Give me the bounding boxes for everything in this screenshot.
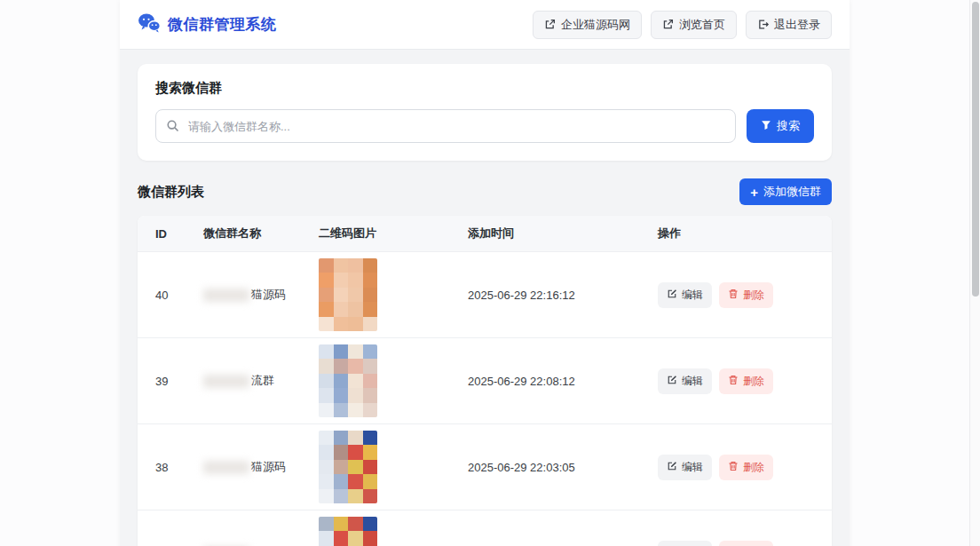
edit-icon [667, 461, 677, 474]
header: 微信群管理系统 企业猫源码网 [120, 0, 850, 50]
cell-qr [319, 517, 468, 546]
search-box [155, 109, 736, 143]
cell-actions: 编辑删除 [658, 541, 832, 546]
edit-button[interactable]: 编辑 [658, 368, 712, 394]
search-row: 搜索 [155, 109, 814, 143]
nav-source-site-button[interactable]: 企业猫源码网 [533, 11, 642, 39]
qr-pixel [363, 374, 378, 388]
qr-pixel [363, 359, 378, 373]
qr-pixel [363, 431, 378, 445]
cell-actions: 编辑删除 [658, 282, 832, 308]
qr-pixel [319, 317, 334, 331]
add-group-button[interactable]: + 添加微信群 [739, 178, 832, 205]
scrollbar-thumb[interactable] [972, 2, 979, 297]
cell-id: 38 [155, 461, 203, 474]
qr-code-image [319, 258, 377, 331]
wechat-logo-icon [138, 12, 161, 37]
qr-pixel [334, 489, 349, 503]
qr-pixel [319, 489, 334, 503]
qr-pixel [348, 374, 363, 388]
qr-pixel [348, 403, 363, 417]
edit-button[interactable]: 编辑 [658, 541, 712, 546]
delete-button[interactable]: 删除 [719, 541, 773, 546]
qr-pixel [363, 445, 378, 459]
edit-label: 编辑 [682, 460, 703, 475]
qr-pixel [348, 317, 363, 331]
qr-pixel [363, 388, 378, 402]
delete-button[interactable]: 删除 [719, 455, 773, 480]
cell-qr [319, 344, 468, 417]
search-input[interactable] [155, 109, 736, 143]
cell-added-time: 2025-06-29 22:16:12 [468, 289, 658, 302]
qr-pixel [348, 445, 363, 459]
qr-pixel [334, 302, 349, 316]
edit-label: 编辑 [682, 288, 703, 303]
vertical-scrollbar[interactable] [969, 0, 980, 546]
qr-code-image [319, 431, 377, 503]
group-name-text: 猫源码 [251, 459, 286, 475]
qr-pixel [348, 489, 363, 503]
qr-pixel [348, 531, 363, 545]
qr-pixel [348, 288, 363, 302]
delete-button[interactable]: 删除 [719, 368, 773, 394]
qr-pixel [363, 531, 378, 545]
qr-pixel [363, 273, 378, 287]
trash-icon [728, 461, 739, 474]
qr-pixel [319, 359, 334, 373]
cell-id: 40 [155, 289, 203, 302]
cell-qr [319, 431, 468, 503]
table-row: 40猫源码2025-06-29 22:16:12编辑删除 [138, 251, 832, 337]
trash-icon [728, 289, 739, 302]
delete-label: 删除 [743, 374, 764, 389]
qr-pixel [334, 517, 349, 531]
qr-pixel [334, 474, 349, 488]
list-head: 微信群列表 + 添加微信群 [138, 178, 832, 205]
qr-pixel [334, 273, 349, 287]
qr-pixel [319, 273, 334, 287]
edit-button[interactable]: 编辑 [658, 455, 712, 480]
qr-pixel [334, 258, 349, 273]
qr-pixel [334, 288, 349, 302]
external-link-icon [662, 19, 674, 30]
add-group-label: 添加微信群 [763, 184, 821, 200]
qr-pixel [348, 273, 363, 287]
col-name: 微信群名称 [203, 226, 319, 241]
qr-pixel [363, 460, 378, 474]
col-actions: 操作 [658, 226, 832, 241]
qr-pixel [363, 288, 378, 302]
qr-pixel [363, 302, 378, 316]
col-id: ID [155, 227, 203, 241]
cell-group-name: 猫源码 [203, 287, 319, 303]
search-button-label: 搜索 [777, 118, 800, 134]
col-qr: 二维码图片 [319, 226, 468, 241]
search-button[interactable]: 搜索 [747, 109, 814, 143]
cell-group-name: 猫源码 [203, 459, 319, 475]
delete-button[interactable]: 删除 [719, 282, 773, 308]
qr-pixel [363, 489, 378, 503]
edit-icon [667, 289, 677, 302]
qr-pixel [348, 474, 363, 488]
logout-button[interactable]: 退出登录 [746, 11, 832, 39]
nav-label: 浏览首页 [679, 17, 725, 33]
edit-button[interactable]: 编辑 [658, 282, 712, 308]
qr-pixel [334, 374, 349, 388]
qr-pixel [319, 460, 334, 474]
filter-icon [761, 120, 771, 133]
table-row: 38猫源码2025-06-29 22:03:05编辑删除 [138, 423, 832, 510]
header-nav: 企业猫源码网 浏览首页 退出登录 [533, 11, 832, 39]
cell-added-time: 2025-06-29 22:08:12 [468, 375, 658, 388]
table-body: 40猫源码2025-06-29 22:16:12编辑删除39流群2025-06-… [138, 251, 832, 546]
qr-pixel [319, 517, 334, 531]
cell-actions: 编辑删除 [658, 455, 832, 480]
qr-pixel [334, 445, 349, 459]
col-added: 添加时间 [468, 226, 658, 241]
qr-pixel [319, 474, 334, 488]
qr-pixel [348, 344, 363, 359]
nav-browse-home-button[interactable]: 浏览首页 [651, 11, 737, 39]
qr-pixel [348, 431, 363, 445]
nav-label: 企业猫源码网 [561, 17, 630, 33]
qr-pixel [334, 317, 349, 331]
redacted-name-blur [203, 375, 249, 388]
qr-pixel [334, 388, 349, 402]
qr-pixel [319, 302, 334, 316]
